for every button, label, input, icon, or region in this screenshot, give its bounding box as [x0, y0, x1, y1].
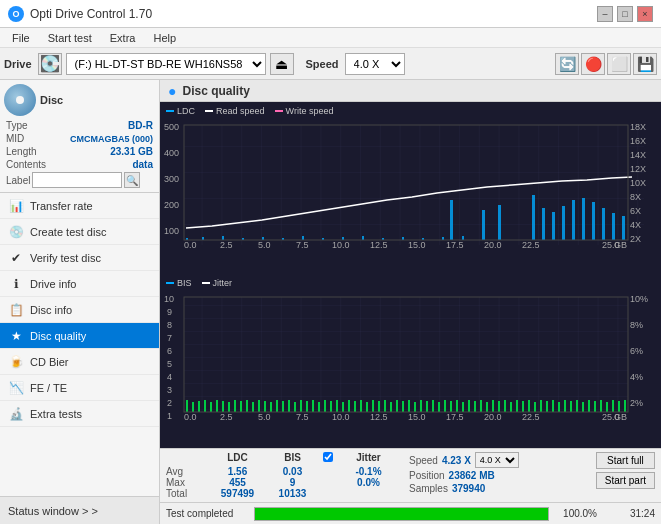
svg-rect-87 — [204, 400, 206, 412]
sidebar-item-verify-test-disc[interactable]: ✔ Verify test disc — [0, 245, 159, 271]
burn-button[interactable]: 🔴 — [581, 53, 605, 75]
svg-rect-123 — [420, 400, 422, 412]
eject-button[interactable]: ⏏ — [270, 53, 294, 75]
progress-fill — [255, 508, 548, 520]
svg-rect-93 — [240, 401, 242, 412]
maximize-button[interactable]: □ — [617, 6, 633, 22]
chart-header: ● Disc quality — [160, 80, 661, 102]
avg-jitter: -0.1% — [336, 466, 401, 477]
svg-text:2.5: 2.5 — [220, 412, 233, 422]
drive-select[interactable]: (F:) HL-DT-ST BD-RE WH16NS58 TST4 — [66, 53, 266, 75]
status-window-button[interactable]: Status window > > — [0, 496, 159, 524]
jitter-color — [202, 282, 210, 284]
sidebar-item-cd-bier[interactable]: 🍺 CD Bier — [0, 349, 159, 375]
refresh-button[interactable]: 🔄 — [555, 53, 579, 75]
minimize-button[interactable]: – — [597, 6, 613, 22]
menu-extra[interactable]: Extra — [102, 31, 144, 45]
cd-bier-icon: 🍺 — [8, 354, 24, 370]
fe-te-label: FE / TE — [30, 382, 67, 394]
svg-rect-90 — [222, 401, 224, 412]
svg-text:400: 400 — [164, 148, 179, 158]
svg-rect-44 — [498, 205, 501, 240]
toolbar: Drive 💽 (F:) HL-DT-ST BD-RE WH16NS58 TST… — [0, 48, 661, 80]
svg-text:14X: 14X — [630, 150, 646, 160]
svg-rect-135 — [492, 400, 494, 412]
speed-select[interactable]: 4.0 X — [345, 53, 405, 75]
progress-time: 31:24 — [605, 508, 655, 519]
sidebar-item-create-test-disc[interactable]: 💿 Create test disc — [0, 219, 159, 245]
svg-text:6%: 6% — [630, 346, 643, 356]
contents-value: data — [132, 159, 153, 170]
svg-rect-147 — [564, 400, 566, 412]
svg-text:5.0: 5.0 — [258, 240, 271, 250]
chart-title: Disc quality — [182, 84, 249, 98]
svg-text:17.5: 17.5 — [446, 240, 464, 250]
sidebar-item-extra-tests[interactable]: 🔬 Extra tests — [0, 401, 159, 427]
position-value: 23862 MB — [449, 470, 495, 481]
speed-stat-select[interactable]: 4.0 X — [475, 452, 519, 468]
menu-file[interactable]: File — [4, 31, 38, 45]
svg-rect-112 — [354, 401, 356, 412]
menu-start-test[interactable]: Start test — [40, 31, 100, 45]
sidebar-item-disc-info[interactable]: 📋 Disc info — [0, 297, 159, 323]
close-button[interactable]: × — [637, 6, 653, 22]
svg-rect-91 — [228, 402, 230, 412]
read-speed-color — [205, 110, 213, 112]
extra-tests-icon: 🔬 — [8, 406, 24, 422]
svg-rect-140 — [522, 401, 524, 412]
svg-rect-102 — [294, 402, 296, 412]
svg-rect-36 — [362, 236, 364, 240]
svg-rect-106 — [318, 402, 320, 412]
svg-text:10X: 10X — [630, 178, 646, 188]
sidebar-item-fe-te[interactable]: 📉 FE / TE — [0, 375, 159, 401]
svg-text:10: 10 — [164, 294, 174, 304]
save-button[interactable]: 💾 — [633, 53, 657, 75]
svg-rect-86 — [198, 401, 200, 412]
svg-text:6X: 6X — [630, 206, 641, 216]
svg-rect-92 — [234, 400, 236, 412]
legend-ldc: LDC — [166, 106, 195, 116]
sidebar-item-transfer-rate[interactable]: 📊 Transfer rate — [0, 193, 159, 219]
svg-text:4: 4 — [167, 372, 172, 382]
svg-rect-138 — [510, 402, 512, 412]
svg-rect-125 — [432, 400, 434, 412]
svg-rect-150 — [582, 402, 584, 412]
svg-rect-43 — [482, 210, 485, 240]
svg-rect-104 — [306, 401, 308, 412]
svg-rect-103 — [300, 400, 302, 412]
svg-text:100: 100 — [164, 226, 179, 236]
svg-rect-97 — [264, 401, 266, 412]
sidebar-item-disc-quality[interactable]: ★ Disc quality — [0, 323, 159, 349]
action-buttons: Start full Start part — [596, 452, 655, 489]
svg-rect-94 — [246, 400, 248, 412]
svg-text:12X: 12X — [630, 164, 646, 174]
disc-mid-row: MID CMCMAGBA5 (000) — [4, 133, 155, 144]
svg-text:10.0: 10.0 — [332, 240, 350, 250]
svg-rect-48 — [562, 206, 565, 240]
svg-rect-137 — [504, 400, 506, 412]
top-chart-wrapper: 500 400 300 200 100 18X 16X 14X 12X 10X … — [162, 120, 659, 274]
samples-label: Samples — [409, 483, 448, 494]
speed-stat-label: Speed — [409, 455, 438, 466]
create-test-disc-icon: 💿 — [8, 224, 24, 240]
start-full-button[interactable]: Start full — [596, 452, 655, 469]
label-search-button[interactable]: 🔍 — [124, 172, 140, 188]
speed-stat-value: 4.23 X — [442, 455, 471, 466]
start-part-button[interactable]: Start part — [596, 472, 655, 489]
erase-button[interactable]: ⬜ — [607, 53, 631, 75]
extra-tests-label: Extra tests — [30, 408, 82, 420]
position-label: Position — [409, 470, 445, 481]
svg-rect-132 — [474, 401, 476, 412]
menu-help[interactable]: Help — [145, 31, 184, 45]
sidebar-item-drive-info[interactable]: ℹ Drive info — [0, 271, 159, 297]
jitter-checkbox[interactable] — [323, 452, 333, 462]
svg-text:20.0: 20.0 — [484, 240, 502, 250]
write-speed-color — [275, 110, 283, 112]
svg-text:4%: 4% — [630, 372, 643, 382]
length-label: Length — [6, 146, 37, 157]
mid-label: MID — [6, 133, 24, 144]
title-bar: O Opti Drive Control 1.70 – □ × — [0, 0, 661, 28]
svg-rect-156 — [618, 401, 620, 412]
label-input[interactable] — [32, 172, 122, 188]
col-header-check — [320, 452, 336, 464]
